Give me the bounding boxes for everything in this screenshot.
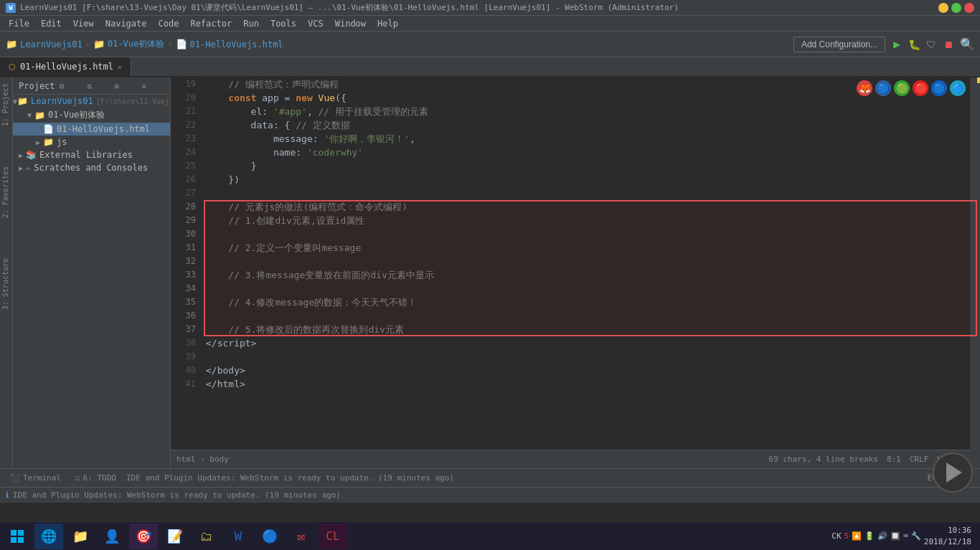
taskbar-ie[interactable]: 🌐 [34, 523, 63, 549]
menu-refactor[interactable]: Refactor [184, 16, 237, 31]
ie-run-button[interactable]: 🔵 [931, 80, 947, 96]
tray-icon-1[interactable]: CK [831, 531, 841, 541]
tree-label-vue: 01-Vue初体验 [48, 109, 105, 121]
breadcrumb: 📁 LearnVuejs01 › 📁 01-Vue初体验 › 📄 01-Hell… [6, 38, 283, 50]
breadcrumb-subfolder-icon: 📁 [93, 39, 105, 49]
code-editor[interactable]: // 编程范式：声明式编程 const app = new Vue({ el: … [203, 77, 980, 450]
taskbar-clion[interactable]: CL [319, 523, 347, 549]
breadcrumb-sep2: › [167, 39, 172, 49]
chrome-run-button[interactable]: 🟢 [894, 80, 910, 96]
menu-code[interactable]: Code [153, 16, 185, 31]
tree-item-root[interactable]: ▼ 📁 LearnVuejs01 [F:\share\13-Vuejs\Da..… [13, 95, 170, 108]
keyboard-icon[interactable]: ⌨ [903, 531, 908, 541]
menu-vcs[interactable]: VCS [302, 16, 329, 31]
extlib-icon: 📚 [26, 150, 37, 160]
panel-settings-icon[interactable]: ⚙ [60, 81, 83, 91]
run-with-coverage[interactable]: 🛡 [924, 37, 938, 52]
taskbar-chrome[interactable]: 🔵 [255, 523, 284, 549]
ie-icon: 🌐 [41, 528, 57, 544]
tree-item-scratches[interactable]: ▶ ✏ Scratches and Consoles [13, 161, 170, 174]
structure-panel-label[interactable]: 3: Structure [0, 252, 12, 316]
browser-run-icons: 🦊 🔵 🟢 🔴 🔵 🔷 [857, 80, 966, 96]
title-bar: W LearnVuejs01 [F:\share\13-Vuejs\Day 01… [0, 0, 980, 16]
breadcrumb-file[interactable]: 01-HelloVuejs.html [190, 39, 283, 49]
menu-navigate[interactable]: Navigate [100, 16, 153, 31]
search-button[interactable]: 🔍 [960, 37, 974, 52]
breadcrumb-project[interactable]: LearnVuejs01 [20, 39, 83, 49]
video-play-button[interactable] [933, 452, 973, 493]
terminal-tab[interactable]: ⬛ Terminal [6, 473, 65, 483]
svg-rect-3 [18, 537, 24, 543]
tree-item-vue-folder[interactable]: ▼ 📁 01-Vue初体验 [13, 108, 170, 123]
tab-close-icon[interactable]: ✕ [118, 63, 122, 71]
menu-edit[interactable]: Edit [35, 16, 67, 31]
menu-file[interactable]: File [3, 16, 35, 31]
debug-button[interactable]: 🐛 [907, 37, 921, 52]
tray-icon-6[interactable]: 🔲 [890, 531, 900, 541]
close-button[interactable] [964, 3, 974, 13]
app-icon: W [6, 3, 16, 13]
panel-gear-icon[interactable]: ≡ [114, 81, 137, 91]
char-count: 69 chars, 4 line breaks [769, 455, 878, 464]
windows-start-button[interactable] [3, 523, 32, 549]
stop-button[interactable]: ⏹ [941, 37, 956, 52]
notepad-icon: 📝 [167, 528, 183, 544]
firefox-run-button[interactable]: 🦊 [857, 80, 872, 96]
favorites-panel-label[interactable]: 2: Favorites [0, 161, 12, 224]
system-tray: CK S 🔼 🔋 🔊 🔲 ⌨ 🔧 [831, 531, 921, 541]
code-container[interactable]: 1920212223242526272829303132333435363738… [171, 77, 980, 450]
sogou-icon[interactable]: S [844, 531, 849, 541]
todo-label: 6: TODO [83, 473, 116, 483]
menu-tools[interactable]: Tools [265, 16, 302, 31]
line-ending[interactable]: CRLF [910, 455, 929, 464]
breadcrumb-folder[interactable]: 01-Vue初体验 [108, 38, 164, 50]
add-configuration-button[interactable]: Add Configuration... [793, 37, 885, 52]
folder-icon: 📁 [72, 528, 88, 544]
tree-item-extlib[interactable]: ▶ 📚 External Libraries [13, 148, 170, 161]
clion-icon: CL [326, 529, 339, 543]
tray-icon-5[interactable]: 🔊 [877, 531, 887, 541]
tree-item-js-folder[interactable]: ▶ 📁 js [13, 136, 170, 148]
tab-hello-vuejs[interactable]: ⬡ 01-HelloVuejs.html ✕ [0, 57, 131, 76]
panel-close-icon[interactable]: ✕ [141, 81, 164, 91]
project-label: Project [19, 81, 55, 91]
tree-arrow-js: ▶ [33, 138, 43, 146]
edge-run-button[interactable]: 🔷 [950, 80, 966, 96]
chrome-icon: 🔵 [262, 528, 278, 544]
minimize-button[interactable] [938, 3, 948, 13]
chrome-dev-run-button[interactable]: 🔵 [875, 80, 891, 96]
cursor-position: 8:1 [887, 455, 901, 464]
taskbar-jetbrains[interactable]: 🎯 [129, 523, 158, 549]
tree-arrow-scratches: ▶ [16, 164, 26, 172]
scratches-icon: ✏ [26, 163, 31, 173]
taskbar-folder[interactable]: 📁 [66, 523, 95, 549]
taskbar-file-manager[interactable]: 🗂 [192, 523, 221, 549]
taskbar-notepad[interactable]: 📝 [161, 523, 189, 549]
project-panel: Project ⚙ ⇅ ≡ ✕ ▼ 📁 LearnVuejs01 [F:\sha… [13, 77, 171, 468]
project-panel-label[interactable]: 1: Project [0, 77, 12, 132]
main-layout: 1: Project 2: Favorites 3: Structure Pro… [0, 77, 980, 468]
svg-rect-2 [11, 537, 17, 543]
opera-run-button[interactable]: 🔴 [913, 80, 928, 96]
panel-expand-icon[interactable]: ⇅ [87, 81, 110, 91]
menu-window[interactable]: Window [329, 16, 372, 31]
menu-help[interactable]: Help [372, 16, 404, 31]
taskbar-person[interactable]: 👤 [98, 523, 126, 549]
tray-icon-4[interactable]: 🔋 [864, 531, 875, 541]
menu-run[interactable]: Run [237, 16, 265, 31]
todo-tab[interactable]: ☑ 6: TODO [71, 473, 121, 483]
breadcrumb-file-icon: 📄 [176, 39, 187, 49]
tray-icon-3[interactable]: 🔼 [852, 531, 862, 541]
tab-bar: ⬡ 01-HelloVuejs.html ✕ [0, 57, 980, 77]
tree-item-html-file[interactable]: 📄 01-HelloVuejs.html [13, 123, 170, 136]
run-button[interactable]: ▶ [890, 37, 904, 52]
taskbar-word[interactable]: W [224, 523, 253, 549]
play-triangle-icon [946, 463, 962, 483]
taskbar-clock[interactable]: 10:36 2018/12/18 [924, 525, 977, 547]
menu-view[interactable]: View [67, 16, 100, 31]
js-folder-icon: 📁 [43, 137, 54, 147]
tree-label-extlib: External Libraries [39, 150, 133, 160]
maximize-button[interactable] [951, 3, 961, 13]
taskbar-email[interactable]: ✉ [287, 523, 316, 549]
tray-icon-7[interactable]: 🔧 [911, 531, 921, 541]
